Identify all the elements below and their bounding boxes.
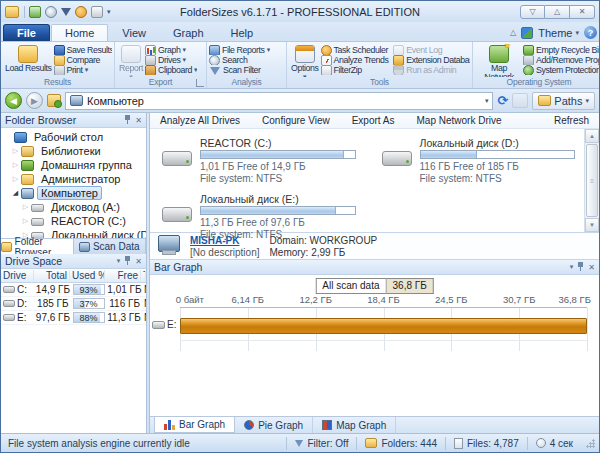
help-icon[interactable]: ? bbox=[584, 26, 597, 39]
back-button[interactable]: ◀ bbox=[5, 92, 22, 109]
theme-button[interactable]: Theme▾ bbox=[538, 27, 579, 39]
event-log-button[interactable]: Event Log bbox=[393, 45, 470, 55]
tree-item-drive-a[interactable]: ▷Дисковод (A:) bbox=[4, 200, 146, 214]
add-remove-programs-button[interactable]: Add/Remove Programs bbox=[523, 55, 599, 65]
export-as-link[interactable]: Export As bbox=[352, 115, 395, 126]
scheduler-icon[interactable] bbox=[75, 6, 87, 18]
load-results-button[interactable]: Load Results bbox=[3, 44, 54, 77]
close-icon[interactable]: ✕ bbox=[135, 257, 142, 266]
drives-export-button[interactable]: Drives▾ bbox=[145, 55, 197, 65]
table-row[interactable]: C: 14,9 ГБ 93% 1,01 ГБ N... bbox=[1, 283, 146, 297]
filterzip-button[interactable]: FilterZip bbox=[321, 65, 394, 75]
map-network-drive-button[interactable]: Map Network Drive bbox=[475, 44, 523, 77]
tab-bar-graph[interactable]: Bar Graph bbox=[154, 417, 235, 433]
scroll-down-icon[interactable]: ▼ bbox=[585, 218, 599, 232]
scrollbar-thumb[interactable]: ≡ bbox=[586, 144, 598, 217]
system-protection-button[interactable]: System Protection bbox=[523, 65, 599, 75]
configure-view-link[interactable]: Configure View bbox=[262, 115, 330, 126]
scan-filter-button[interactable]: Scan Filter bbox=[209, 65, 270, 75]
refresh-icon[interactable]: ⟳ bbox=[497, 94, 508, 107]
options-button[interactable]: Options ▾ bbox=[289, 44, 321, 77]
expand-arrow-icon[interactable]: ▷ bbox=[11, 147, 20, 155]
drive-tile-c[interactable]: REACTOR (C:) 1,01 ГБ Free of 14,9 ГБ Fil… bbox=[162, 137, 356, 185]
save-results-button[interactable]: Save Results bbox=[54, 45, 112, 55]
report-button[interactable]: Report ▾ bbox=[117, 44, 145, 77]
search-button[interactable]: Search bbox=[209, 55, 270, 65]
table-row[interactable]: D: 185 ГБ 37% 116 ГБ N... bbox=[1, 297, 146, 311]
paths-button[interactable]: Paths ▾ bbox=[532, 92, 595, 110]
column-header-free[interactable]: Free bbox=[105, 270, 141, 281]
tree-item-drive-c[interactable]: ▷REACTOR (C:) bbox=[4, 214, 146, 228]
report-doc-icon bbox=[121, 45, 141, 63]
minimize-ribbon-icon[interactable]: △ bbox=[510, 28, 516, 37]
expand-arrow-icon[interactable]: ▷ bbox=[21, 203, 30, 211]
menu-arrow-icon[interactable]: ▾ bbox=[117, 257, 121, 265]
cell-free: 1,01 ГБ bbox=[105, 284, 142, 295]
file-reports-button[interactable]: File Reports▾ bbox=[209, 45, 270, 55]
tree-item-administrator[interactable]: ▷Администратор bbox=[4, 172, 146, 186]
tab-view[interactable]: View bbox=[109, 25, 159, 41]
pin-icon[interactable] bbox=[124, 256, 131, 266]
close-button[interactable]: ✕ bbox=[570, 5, 595, 19]
table-row[interactable]: E: 97,6 ГБ 88% 11,3 ГБ N... bbox=[1, 311, 146, 325]
tab-file[interactable]: File bbox=[3, 24, 50, 41]
task-scheduler-button[interactable]: Task Scheduler bbox=[321, 45, 394, 55]
compare-button[interactable]: Compare bbox=[54, 55, 112, 65]
analyze-all-drives-link[interactable]: Analyze All Drives bbox=[160, 115, 240, 126]
disabled-toolbar-button[interactable] bbox=[512, 93, 528, 108]
expand-arrow-icon[interactable]: ▷ bbox=[21, 217, 30, 225]
chevron-down-icon[interactable]: ▾ bbox=[485, 97, 489, 105]
drive-tile-d[interactable]: Локальный диск (D:) 116 ГБ Free of 185 Г… bbox=[382, 137, 576, 185]
extension-database-button[interactable]: Extension Database▾ bbox=[393, 55, 470, 65]
column-header-total[interactable]: Total bbox=[34, 270, 70, 281]
collapse-arrow-icon[interactable]: ◢ bbox=[11, 189, 20, 197]
tab-help[interactable]: Help bbox=[218, 25, 267, 41]
empty-recycle-bin-button[interactable]: Empty Recycle Bin bbox=[523, 45, 599, 55]
hard-drive-icon bbox=[3, 286, 15, 293]
drive-tile-e[interactable]: Локальный диск (E:) 11,3 ГБ Free of 97,6… bbox=[162, 193, 356, 241]
map-network-drive-link[interactable]: Map Network Drive bbox=[416, 115, 501, 126]
graph-export-button[interactable]: Graph▾ bbox=[145, 45, 197, 55]
minimize-button[interactable]: ▽ bbox=[520, 5, 545, 19]
location-input[interactable]: Компьютер ▾ bbox=[65, 92, 493, 110]
tab-home[interactable]: Home bbox=[51, 24, 108, 41]
refresh-link[interactable]: Refresh bbox=[554, 115, 589, 126]
tree-item-homegroup[interactable]: ▷Домашняя группа bbox=[4, 158, 146, 172]
up-folder-icon[interactable] bbox=[47, 94, 61, 107]
clipboard-button[interactable]: Clipboard▾ bbox=[145, 65, 197, 75]
search-icon[interactable] bbox=[45, 6, 57, 18]
qat-dropdown-icon[interactable]: ▾ bbox=[107, 8, 111, 16]
tab-scan-data[interactable]: Scan Data bbox=[74, 239, 147, 254]
tab-folder-browser[interactable]: Folder Browser bbox=[1, 239, 74, 254]
close-icon[interactable]: ✕ bbox=[588, 263, 595, 272]
resize-grip[interactable] bbox=[585, 438, 595, 448]
vertical-scrollbar[interactable]: ▲ ≡ ▼ bbox=[584, 129, 599, 232]
dialog-launcher-icon[interactable] bbox=[196, 79, 204, 87]
analyze-trends-button[interactable]: Analyze Trends bbox=[321, 55, 394, 65]
expand-arrow-icon[interactable]: ▷ bbox=[11, 161, 20, 169]
close-icon[interactable]: ✕ bbox=[135, 116, 142, 125]
bar-e-drive[interactable] bbox=[180, 318, 587, 334]
column-header-drive[interactable]: Drive bbox=[1, 270, 34, 281]
print-button[interactable]: Print▾ bbox=[54, 65, 112, 75]
app-icon[interactable] bbox=[5, 6, 19, 18]
pin-icon[interactable] bbox=[577, 262, 584, 272]
tab-map-graph[interactable]: Map Graph bbox=[313, 417, 396, 433]
filter-icon[interactable] bbox=[61, 8, 71, 16]
forward-button[interactable]: ▶ bbox=[26, 92, 43, 109]
tree-item-computer[interactable]: ◢Компьютер bbox=[4, 186, 146, 200]
tree-item-desktop[interactable]: Рабочий стол bbox=[4, 130, 146, 144]
menu-arrow-icon[interactable]: ▾ bbox=[570, 263, 574, 271]
tab-pie-graph[interactable]: Pie Graph bbox=[235, 417, 313, 433]
tab-graph[interactable]: Graph bbox=[160, 25, 217, 41]
column-header-used[interactable]: Used % bbox=[70, 270, 105, 281]
expand-arrow-icon[interactable]: ▷ bbox=[11, 175, 20, 183]
tree-item-libraries[interactable]: ▷Библиотеки bbox=[4, 144, 146, 158]
maximize-button[interactable]: △ bbox=[545, 5, 570, 19]
column-header-type[interactable]: Ty... bbox=[141, 270, 146, 281]
run-as-admin-button[interactable]: Run as Admin bbox=[393, 65, 470, 75]
analyze-drives-icon[interactable] bbox=[29, 6, 41, 18]
report-icon[interactable] bbox=[91, 6, 103, 18]
scroll-up-icon[interactable]: ▲ bbox=[585, 129, 599, 143]
pin-icon[interactable] bbox=[124, 115, 131, 125]
